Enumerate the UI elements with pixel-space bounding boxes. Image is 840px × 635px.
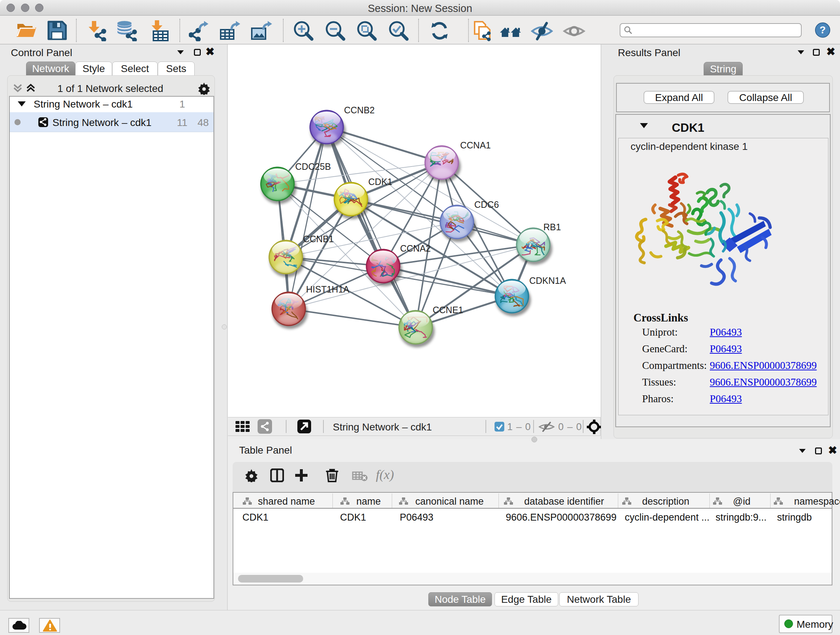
svg-text:?: ? — [819, 24, 826, 35]
